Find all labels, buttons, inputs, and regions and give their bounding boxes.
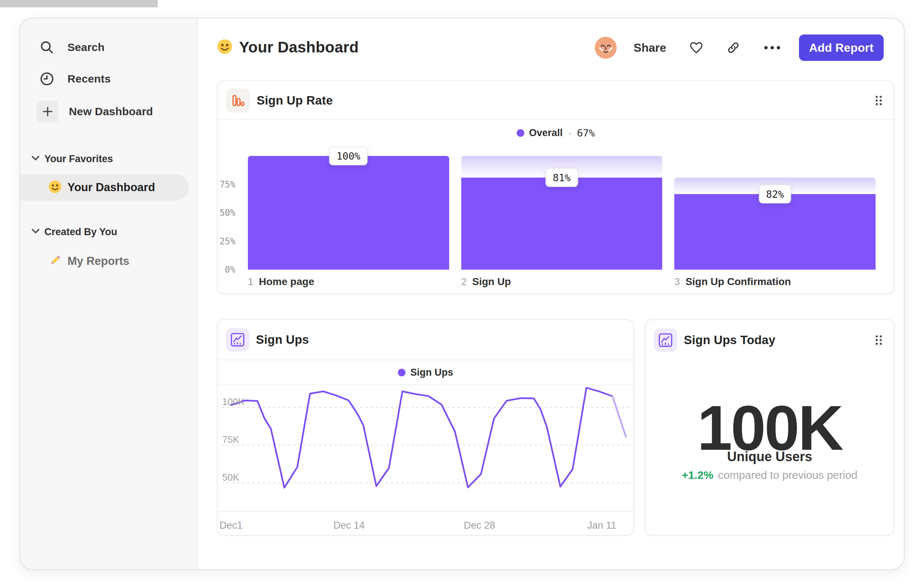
funnel-step-label: 3Sign Up Confirmation xyxy=(674,276,876,288)
funnel-bar-fill xyxy=(248,156,449,270)
stat-caption: compared to previous period xyxy=(718,469,857,481)
funnel-y-tick: 0% xyxy=(218,265,235,275)
section-title: Your Favorites xyxy=(45,153,113,165)
legend-dot xyxy=(398,369,406,376)
x-axis-label: Jan 11 xyxy=(587,520,616,531)
chevron-down-icon xyxy=(31,228,40,236)
funnel-bar[interactable]: 100% xyxy=(248,156,449,270)
avatar[interactable] xyxy=(595,37,617,59)
stat-comparison: +1.2% compared to previous period xyxy=(646,469,894,481)
funnel-bar[interactable]: 82% xyxy=(674,156,876,270)
sidebar-item-your-dashboard[interactable]: Your Dashboard xyxy=(20,174,189,201)
funnel-y-tick: 75% xyxy=(218,179,235,190)
pencil-emoji-icon xyxy=(48,254,62,269)
legend-series: Sign Ups xyxy=(410,367,453,378)
chevron-down-icon xyxy=(31,155,40,162)
funnel-step-label: 2Sign Up xyxy=(461,276,663,288)
sidebar-item-new-dashboard[interactable]: New Dashboard xyxy=(37,100,153,123)
signups-x-axis: Dec1Dec 14Dec 28Jan 11 xyxy=(218,511,633,536)
add-report-button[interactable]: Add Report xyxy=(799,35,884,61)
funnel-value-tooltip: 100% xyxy=(329,147,368,165)
funnel-bar-fill xyxy=(674,194,876,270)
sidebar: Search Recents New Dashboard Your Favori… xyxy=(20,18,198,569)
main-content: Your Dashboard Share Add Report xyxy=(198,18,904,569)
section-created-by-you[interactable]: Created By You xyxy=(31,222,117,242)
funnel-step-label: 1Home page xyxy=(248,276,449,288)
smiley-emoji-icon xyxy=(217,39,233,56)
funnel-y-axis: 75%50%25%0% xyxy=(218,156,235,270)
share-button[interactable]: Share xyxy=(634,41,666,55)
drag-handle-icon[interactable] xyxy=(874,95,883,106)
section-title: Created By You xyxy=(45,227,117,238)
sidebar-item-my-reports[interactable]: My Reports xyxy=(20,251,189,271)
funnel-value-tooltip: 81% xyxy=(546,168,578,187)
drag-handle-icon[interactable] xyxy=(874,335,883,346)
smiley-emoji-icon xyxy=(48,180,62,195)
card-title: Sign Ups xyxy=(256,333,309,347)
funnel-step-labels: 1Home page2Sign Up3Sign Up Confirmation xyxy=(248,276,876,288)
search-icon xyxy=(37,37,57,58)
browser-remnant-strip xyxy=(0,0,158,7)
sidebar-item-label: My Reports xyxy=(68,255,129,268)
x-axis-label: Dec 28 xyxy=(464,520,495,531)
signups-legend: Sign Ups xyxy=(218,360,633,385)
funnel-y-tick: 25% xyxy=(218,236,235,246)
signups-chart[interactable]: 100K75K50K xyxy=(218,386,633,511)
card-title: Sign Up Rate xyxy=(257,94,333,107)
sign-ups-card: Sign Ups Sign Ups 100K75K50K Dec1Dec 14D… xyxy=(217,319,634,536)
y-axis-label: 50K xyxy=(222,472,239,483)
sign-ups-today-card: Sign Ups Today 100K Unique Users +1.2% c… xyxy=(645,319,894,536)
legend-dot xyxy=(516,129,524,137)
sidebar-item-recents[interactable]: Recents xyxy=(37,69,111,89)
stat-unit-label: Unique Users xyxy=(646,449,894,465)
legend-separator: · xyxy=(568,127,571,139)
sidebar-item-label: New Dashboard xyxy=(69,105,153,118)
stat-delta-value: +1.2% xyxy=(681,469,713,481)
sidebar-item-label: Your Dashboard xyxy=(68,181,155,194)
legend-value: 67% xyxy=(577,127,595,139)
clock-icon xyxy=(37,69,57,89)
more-options-icon[interactable] xyxy=(763,45,781,51)
funnel-chart-icon xyxy=(226,88,250,112)
section-your-favorites[interactable]: Your Favorites xyxy=(31,149,113,169)
app-window: Search Recents New Dashboard Your Favori… xyxy=(20,18,904,570)
line-chart-icon xyxy=(654,328,677,352)
copy-link-icon[interactable] xyxy=(726,41,740,55)
funnel-bar[interactable]: 81% xyxy=(461,156,663,270)
y-axis-label: 75K xyxy=(222,434,239,445)
funnel-legend: Overall · 67% xyxy=(218,125,894,141)
card-title: Sign Ups Today xyxy=(684,333,776,347)
page-title-text: Your Dashboard xyxy=(239,38,359,56)
funnel-y-tick: 50% xyxy=(218,208,235,218)
x-axis-label: Dec1 xyxy=(219,520,243,531)
plus-icon xyxy=(37,101,59,122)
favorite-heart-icon[interactable] xyxy=(689,41,704,55)
line-chart-icon xyxy=(226,328,249,351)
sidebar-item-label: Recents xyxy=(68,73,111,85)
y-axis-label: 100K xyxy=(222,396,244,408)
sidebar-item-search[interactable]: Search xyxy=(37,37,104,58)
page-title: Your Dashboard xyxy=(217,35,359,60)
funnel-value-tooltip: 82% xyxy=(759,185,791,203)
header-controls: Share Add Report xyxy=(595,34,884,62)
sign-up-rate-card: Sign Up Rate Overall · 67% 75%50%25%0% 1… xyxy=(217,81,894,294)
funnel-bar-fill xyxy=(461,178,663,270)
sidebar-item-label: Search xyxy=(68,41,104,54)
funnel-bars: 100%81%82% xyxy=(248,156,876,270)
x-axis-label: Dec 14 xyxy=(333,520,365,531)
legend-series: Overall xyxy=(529,127,563,139)
